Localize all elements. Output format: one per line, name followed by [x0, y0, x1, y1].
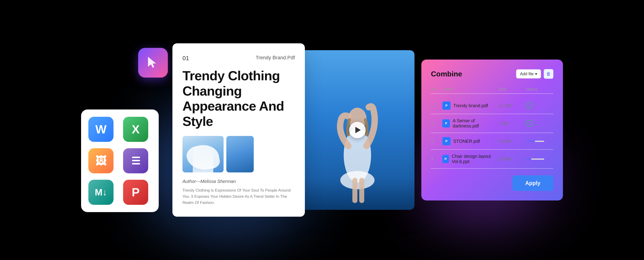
table-row: 2. P A Sense of darkness.pdf 7.0M ✓	[431, 114, 553, 133]
status-done-1: ✓	[526, 102, 533, 109]
app-icon-present[interactable]: ☰	[123, 148, 148, 173]
doc-number: 01	[182, 55, 189, 62]
woman-silhouette	[318, 82, 396, 210]
trash-icon: 🗑	[546, 71, 551, 77]
apply-button[interactable]: Apply	[512, 175, 553, 191]
video-panel	[300, 50, 414, 210]
combine-actions: Add file ▾ 🗑	[516, 69, 553, 79]
doc-body: Trendy Clothing Is Expressions Of Your S…	[182, 187, 295, 206]
file-name-3: STONER.pdf	[453, 139, 480, 144]
col-no: No.	[431, 87, 442, 92]
combine-panel: Combine Add file ▾ 🗑 No. Name Size Statu…	[421, 59, 563, 201]
file-no-1: 1.	[431, 103, 442, 108]
play-button[interactable]	[349, 122, 366, 138]
combine-title: Combine	[431, 70, 462, 78]
svg-marker-0	[148, 57, 156, 68]
table-row: 3. P STONER.pdf 10.4M	[431, 133, 553, 150]
file-no-4: 4.	[431, 157, 442, 162]
col-status: Status	[526, 87, 553, 92]
file-size-4: 20.0M	[498, 156, 526, 162]
combine-header: Combine Add file ▾ 🗑	[431, 69, 553, 79]
doc-filename: Trendy Brand.Pdf	[256, 55, 295, 61]
file-icon-2: P	[442, 119, 450, 127]
app-icon-excel[interactable]: X	[123, 117, 148, 142]
status-progress-4	[526, 159, 544, 160]
file-name-4: Chair design layout Vol.6.ppt	[452, 154, 498, 164]
col-name: Name	[442, 87, 498, 92]
app-icon-pdf[interactable]: P	[123, 180, 148, 205]
status-done-2: ✓	[526, 120, 533, 127]
table-row: 4. P Chair design layout Vol.6.ppt 20.0M	[431, 150, 553, 169]
file-size-1: 11.2M	[498, 103, 526, 108]
status-progress-3	[526, 141, 544, 142]
doc-image-1	[182, 136, 224, 172]
app-icon-photo[interactable]: 🖼	[88, 148, 114, 173]
svg-rect-4	[352, 178, 358, 203]
file-no-2: 2.	[431, 121, 442, 126]
file-icon-4: P	[442, 155, 449, 163]
doc-image-2	[226, 136, 254, 172]
left-panel: W X 🖼 ☰ M↓ P	[81, 48, 177, 212]
file-size-2: 7.0M	[498, 121, 526, 126]
file-info-1: P Trendy brand.pdf	[442, 101, 498, 110]
col-size: Size	[498, 87, 526, 92]
icon-grid-panel: W X 🖼 ☰ M↓ P	[81, 109, 159, 212]
doc-images	[182, 136, 295, 172]
doc-header: 01 Trendy Brand.Pdf	[182, 55, 295, 62]
file-icon-1: P	[442, 101, 450, 110]
table-row: 1. P Trendy brand.pdf 11.2M ✓	[431, 97, 553, 114]
table-header: No. Name Size Status	[431, 85, 553, 94]
fabric-shape	[185, 142, 221, 172]
file-info-3: P STONER.pdf	[442, 137, 498, 145]
trash-button[interactable]: 🗑	[544, 69, 553, 79]
file-info-2: P A Sense of darkness.pdf	[442, 118, 498, 129]
svg-rect-5	[359, 178, 364, 203]
file-size-3: 10.4M	[498, 139, 526, 144]
chevron-down-icon: ▾	[535, 71, 537, 76]
file-name-1: Trendy brand.pdf	[453, 103, 488, 108]
doc-title: Trendy Clothing Changing Appearance And …	[182, 68, 295, 129]
file-icon-3: P	[442, 137, 450, 145]
document-panel: 01 Trendy Brand.Pdf Trendy Clothing Chan…	[172, 43, 305, 217]
app-icon-word[interactable]: W	[88, 117, 114, 142]
doc-author: Author---Melissa Sherman	[182, 179, 295, 184]
app-logo[interactable]	[138, 48, 168, 77]
add-file-button[interactable]: Add file ▾	[516, 69, 541, 78]
scene: W X 🖼 ☰ M↓ P 01 Trendy Brand.Pdf Trend	[25, 27, 619, 233]
file-info-4: P Chair design layout Vol.6.ppt	[442, 154, 498, 164]
file-no-3: 3.	[431, 139, 442, 144]
app-icon-md[interactable]: M↓	[88, 180, 114, 205]
file-name-2: A Sense of darkness.pdf	[453, 118, 498, 129]
